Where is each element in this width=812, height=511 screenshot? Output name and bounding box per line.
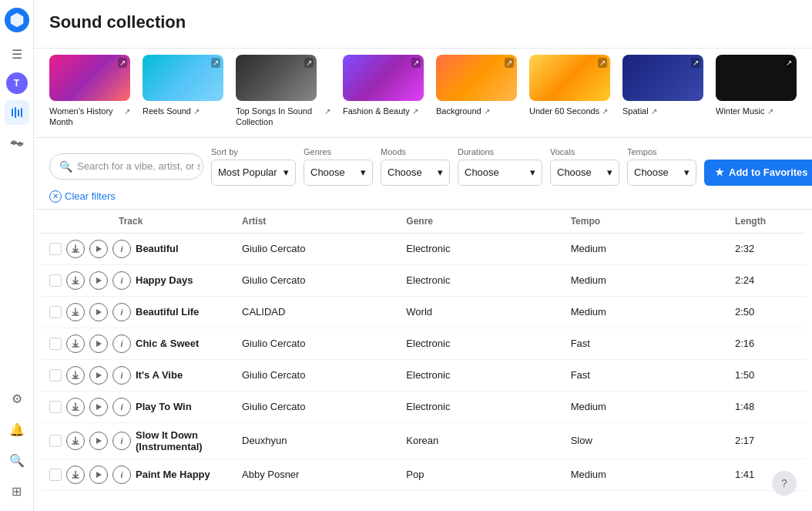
svg-point-6: [18, 142, 22, 145]
collection-label-spatial: Spatial ↗: [622, 106, 657, 116]
info-btn-7[interactable]: i: [112, 466, 131, 484]
col-artist: Artist: [242, 216, 406, 227]
download-btn-0[interactable]: [66, 240, 85, 258]
help-icon[interactable]: ?: [772, 471, 797, 496]
track-checkbox-2[interactable]: [49, 306, 62, 318]
clear-filters-button[interactable]: ✕ Clear filters: [49, 190, 797, 203]
tempo-cell-4: Fast: [571, 369, 735, 381]
grid-icon[interactable]: ⊞: [5, 479, 29, 503]
settings-icon[interactable]: ⚙: [5, 386, 29, 411]
avatar-icon[interactable]: T: [6, 72, 28, 94]
external-link-icon: ↗: [505, 58, 514, 68]
track-checkbox-4[interactable]: [49, 369, 62, 382]
vocals-select[interactable]: Choose ▾: [550, 160, 619, 186]
genre-cell-2: World: [406, 306, 570, 318]
collection-item-under60[interactable]: ↗ Under 60 Seconds ↗: [529, 55, 610, 128]
track-checkbox-0[interactable]: [49, 243, 62, 255]
genres-select[interactable]: Choose ▾: [304, 160, 373, 186]
download-btn-4[interactable]: [66, 366, 85, 385]
info-btn-3[interactable]: i: [112, 335, 131, 353]
download-btn-6[interactable]: [66, 432, 85, 450]
track-checkbox-7[interactable]: [49, 469, 62, 481]
play-btn-3[interactable]: [89, 335, 108, 353]
bell-icon[interactable]: 🔔: [5, 417, 29, 442]
play-btn-2[interactable]: [89, 303, 108, 321]
collection-label-background: Background ↗: [436, 106, 490, 116]
download-btn-2[interactable]: [66, 303, 85, 321]
collection-item-reels[interactable]: ↗ Reels Sound ↗: [143, 55, 223, 128]
clear-filters-icon: ✕: [49, 190, 62, 203]
sort-by-select[interactable]: Most Popular ▾: [211, 160, 296, 186]
play-btn-6[interactable]: [89, 432, 108, 450]
collection-item-background[interactable]: ↗ Background ↗: [436, 55, 517, 128]
collection-item-top[interactable]: ↗ Top Songs In Sound Collection ↗: [236, 55, 331, 128]
genre-cell-7: Pop: [406, 469, 570, 480]
play-btn-0[interactable]: [89, 240, 108, 258]
table-header: Track Artist Genre Tempo Length: [40, 210, 806, 234]
info-btn-6[interactable]: i: [112, 432, 131, 450]
link-icon: ↗: [412, 106, 418, 116]
collection-item-fashion[interactable]: ↗ Fashion & Beauty ↗: [343, 55, 424, 128]
search-box[interactable]: 🔍: [49, 153, 203, 180]
sort-by-group: Sort by Most Popular ▾: [211, 147, 296, 186]
search-input[interactable]: [77, 160, 200, 172]
track-name-0: Beautiful: [136, 243, 179, 254]
length-cell-1: 2:24: [735, 274, 797, 286]
genre-cell-1: Electronic: [406, 274, 570, 286]
play-btn-4[interactable]: [89, 366, 108, 385]
moods-select[interactable]: Choose ▾: [381, 160, 450, 186]
artist-cell-6: Deuxhyun: [242, 435, 406, 446]
track-cell-3: i Chic & Sweet: [49, 335, 242, 353]
genre-cell-3: Electronic: [406, 338, 570, 349]
col-length: Length: [735, 216, 797, 227]
length-cell-6: 2:17: [735, 435, 797, 446]
collection-item-winter[interactable]: ↗ Winter Music ↗: [716, 55, 797, 128]
menu-icon[interactable]: ☰: [5, 42, 29, 66]
svg-rect-3: [21, 108, 22, 117]
genre-cell-5: Electronic: [406, 401, 570, 412]
durations-select[interactable]: Choose ▾: [458, 160, 542, 186]
search-icon-sidebar[interactable]: 🔍: [5, 448, 29, 472]
download-btn-7[interactable]: [66, 466, 85, 484]
download-btn-3[interactable]: [66, 335, 85, 353]
play-btn-1[interactable]: [89, 271, 108, 290]
info-btn-5[interactable]: i: [112, 398, 131, 416]
sort-by-value: Most Popular: [218, 166, 277, 178]
play-btn-5[interactable]: [89, 398, 108, 416]
collection-item-spatial[interactable]: ↗ Spatial ↗: [622, 55, 703, 128]
vocals-group: Vocals Choose ▾: [550, 147, 619, 186]
link-icon: ↗: [484, 106, 490, 116]
info-btn-1[interactable]: i: [112, 271, 131, 290]
app-logo[interactable]: [5, 8, 29, 32]
artist-cell-1: Giulio Cercato: [242, 274, 406, 286]
info-btn-4[interactable]: i: [112, 366, 131, 385]
add-favorites-button[interactable]: ★ Add to Favorites: [704, 160, 812, 186]
collection-thumb-top: ↗: [236, 55, 317, 101]
info-btn-0[interactable]: i: [112, 240, 131, 258]
track-checkbox-5[interactable]: [49, 401, 62, 413]
track-name-4: It's A Vibe: [136, 369, 183, 381]
artist-cell-7: Abby Posner: [242, 469, 406, 480]
filters-section: 🔍 Sort by Most Popular ▾ Genres Choose ▾…: [34, 138, 812, 210]
download-btn-1[interactable]: [66, 271, 85, 290]
tempos-select[interactable]: Choose ▾: [627, 160, 696, 186]
track-checkbox-1[interactable]: [49, 274, 62, 287]
artist-cell-0: Giulio Cercato: [242, 243, 406, 254]
play-btn-7[interactable]: [89, 466, 108, 484]
waveform-icon[interactable]: [5, 131, 29, 156]
track-cell-5: i Play To Win: [49, 398, 242, 416]
track-checkbox-6[interactable]: [49, 435, 62, 447]
info-btn-2[interactable]: i: [112, 303, 131, 321]
download-btn-5[interactable]: [66, 398, 85, 416]
collection-item-womens[interactable]: ↗ Women's History Month ↗: [49, 55, 130, 128]
main-content: Sound collection ↗ Women's History Month…: [34, 0, 812, 511]
table-row: i Happy Days Giulio Cercato Electronic M…: [40, 265, 806, 297]
svg-rect-2: [18, 109, 19, 116]
track-name-6: Slow It Down (Instrumental): [136, 429, 242, 452]
collection-label-reels: Reels Sound ↗: [143, 106, 200, 116]
link-icon: ↗: [651, 106, 657, 116]
track-checkbox-3[interactable]: [49, 338, 62, 350]
collection-label-top: Top Songs In Sound Collection ↗: [236, 106, 331, 128]
music-icon[interactable]: [5, 100, 29, 125]
svg-marker-10: [96, 341, 102, 347]
